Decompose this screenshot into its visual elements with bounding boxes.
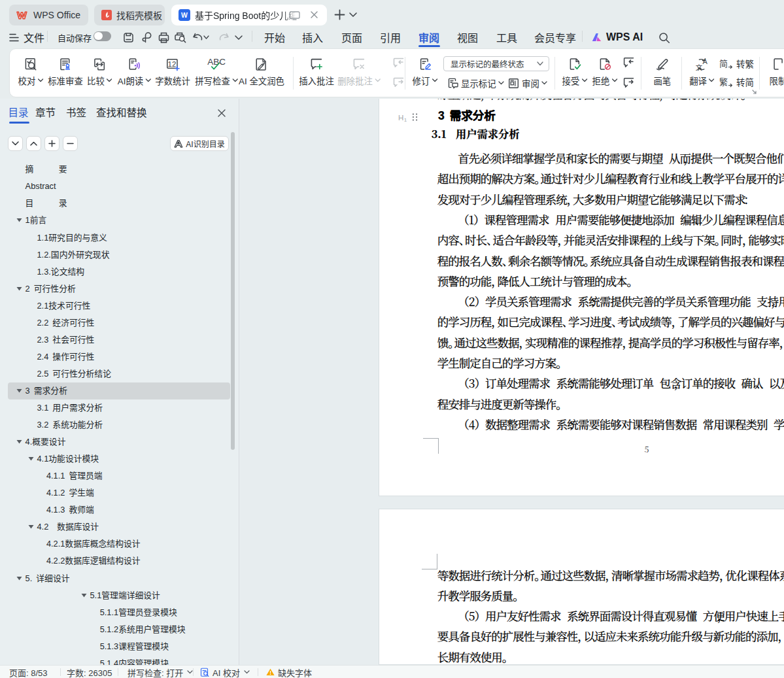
to-simplified-button[interactable]: 繁 转简 <box>719 75 754 88</box>
collapse-arrow-icon[interactable] <box>16 388 22 394</box>
tab-list-dropdown-icon[interactable] <box>346 5 360 24</box>
menu-item-2[interactable]: 页面 <box>341 26 362 48</box>
toc-item[interactable]: 1前言 <box>8 212 230 229</box>
spell-check-status[interactable]: 拼写检查: 打开 <box>128 666 193 678</box>
toc-item[interactable]: 5. 详细设计 <box>8 570 230 587</box>
collapse-arrow-icon[interactable] <box>28 456 34 462</box>
toc-item[interactable]: 4.2 数据库设计 <box>8 518 230 535</box>
tab-docer-templates[interactable]: 找稻壳模板 <box>94 5 165 25</box>
toc-item[interactable]: 4.2.1数据库概念结构设计 <box>8 535 230 552</box>
file-menu[interactable]: 文件 <box>9 26 44 48</box>
export-pdf-icon[interactable] <box>139 29 156 46</box>
toc-item[interactable]: 4.2.2数据库逻辑结构设计 <box>8 552 230 569</box>
document-text-line: 的学习历程，如已完成课程、学习进度、考试成绩等，了解学员的兴趣偏好与学习反 <box>437 315 784 328</box>
toc-item[interactable]: 1.1研究目的与意义 <box>8 229 230 246</box>
compare-button[interactable]: 比较 <box>87 49 112 86</box>
tab-wps-home[interactable]: WPS Office <box>9 5 88 25</box>
close-tab-icon[interactable] <box>310 10 318 19</box>
toc-item[interactable]: 4.1.2 学生端 <box>8 484 230 501</box>
ink-pen-button[interactable]: 画笔 <box>653 49 671 86</box>
track-changes-button[interactable]: 修订 <box>413 49 438 86</box>
ai-polish-button[interactable]: AI 全文润色 <box>239 49 284 86</box>
menu-item-6[interactable]: 工具 <box>496 26 517 48</box>
collapse-arrow-icon[interactable] <box>81 593 87 599</box>
toc-item[interactable]: 3.2 系统功能分析 <box>8 416 230 433</box>
toc-item-label: 2 可行性分析 <box>26 280 76 297</box>
toc-item[interactable]: 2.5 可行性分析结论 <box>8 365 230 382</box>
toc-item[interactable]: 1.2.国内外研究现状 <box>8 246 230 263</box>
next-change-icon[interactable] <box>623 77 634 88</box>
toc-item-selected[interactable]: 3 需求分析 <box>8 382 230 399</box>
ai-read-aloud-button[interactable]: AI朗读 <box>118 49 151 86</box>
markup-state-combobox[interactable]: 显示标记的最终状态 <box>443 56 549 71</box>
word-count-indicator[interactable]: 字数: 26305 <box>67 666 112 678</box>
toc-item[interactable]: 4.1.3 教师端 <box>8 501 230 518</box>
reject-change-button[interactable]: 拒绝 <box>592 49 618 86</box>
menu-item-5[interactable]: 视图 <box>457 26 478 48</box>
screen-share-icon[interactable] <box>289 11 300 20</box>
autosave-toggle[interactable] <box>94 31 111 41</box>
collapse-arrow-icon[interactable] <box>16 576 22 582</box>
menu-item-0[interactable]: 开始 <box>264 26 285 48</box>
more-commands-icon[interactable] <box>233 29 245 46</box>
document-text-line: （2）学员关系管理需求：系统需提供完善的学员关系管理功能，支持用户记录学员 <box>437 295 784 308</box>
undo-dropdown-icon[interactable] <box>201 29 211 46</box>
ai-proofread-icon <box>200 668 210 677</box>
review-pane-button[interactable]: 审阅 <box>508 76 547 90</box>
collapse-arrow-icon[interactable] <box>16 218 22 224</box>
ai-proofread-status[interactable]: AI 校对 <box>200 666 250 678</box>
collapse-arrow-icon[interactable] <box>28 524 34 530</box>
collapse-arrow-icon[interactable] <box>16 439 22 445</box>
menu-item-7[interactable]: 会员专享 <box>534 26 576 48</box>
tab-active-document[interactable]: W 基于Spring Boot的少儿编程 <box>171 5 327 25</box>
toc-item[interactable]: 4.1功能设计模块 <box>8 450 230 467</box>
toc-item-label: 4.2.1数据库概念结构设计 <box>46 535 141 552</box>
toc-item[interactable]: 2.1技术可行性 <box>8 297 230 314</box>
toc-item[interactable]: 5.1.2系统用户管理模块 <box>8 621 230 638</box>
toc-item[interactable]: 5.1.3课程管理模块 <box>8 638 230 655</box>
translate-button[interactable]: 文A 翻译 <box>689 49 715 86</box>
toc-item[interactable]: 4.概要设计 <box>8 433 230 450</box>
proofread-button[interactable]: 校对 <box>18 49 44 86</box>
dialog-launcher-icon[interactable] <box>752 90 757 95</box>
document-page-6[interactable]: 等数据进行统计分析。通过这些数据，清晰掌握市场需求趋势，优化课程体系设置，提升教… <box>379 509 784 666</box>
toc-item[interactable]: 2.2 经济可行性 <box>8 314 230 331</box>
toc-item[interactable]: 2.3 社会可行性 <box>8 331 230 348</box>
toc-item[interactable]: 2.4 操作可行性 <box>8 348 230 365</box>
menu-separator <box>582 31 583 42</box>
restrict-edit-button[interactable]: 限制 <box>770 49 784 86</box>
toc-item[interactable]: 3.1 用户需求分析 <box>8 399 230 416</box>
accept-change-button[interactable]: 接受 <box>562 49 588 86</box>
show-markup-button[interactable]: 显示标记 <box>447 76 504 90</box>
missing-font-warning[interactable]: 缺失字体 <box>266 666 312 678</box>
toc-item[interactable]: 摘 要 <box>8 161 230 178</box>
spell-check-button[interactable]: ABC 拼写检查 <box>195 49 238 86</box>
toc-item[interactable]: Abstract <box>8 178 230 195</box>
toc-item[interactable]: 5.1管理端详细设计 <box>8 587 230 604</box>
standard-review-button[interactable]: 标准审查 <box>48 49 83 86</box>
toc-item[interactable]: 1.3.论文结构 <box>8 263 230 280</box>
menu-separator <box>47 31 48 42</box>
wps-ai-button[interactable]: WPS AI <box>592 26 643 48</box>
toc-item[interactable]: 4.1.1 管理员端 <box>8 467 230 484</box>
toc-item[interactable]: 目 录 <box>8 195 230 212</box>
menu-item-1[interactable]: 插入 <box>302 26 323 48</box>
drag-handle-icon[interactable] <box>412 113 418 121</box>
collapse-arrow-icon[interactable] <box>16 286 22 292</box>
save-icon[interactable] <box>120 29 137 46</box>
menu-item-4[interactable]: 审阅 <box>418 26 439 48</box>
menu-item-3[interactable]: 引用 <box>380 26 401 48</box>
sidebar-scrollbar[interactable] <box>231 132 235 450</box>
word-count-button[interactable]: 12 字数统计 <box>155 49 190 86</box>
simplified-char: 简 <box>719 59 728 69</box>
document-page-5[interactable]: H1 综上所述，本系统的开发在各方面均具备可行性，可进行系统设计。3 需求分析3… <box>379 99 784 497</box>
print-preview-icon[interactable] <box>172 29 189 46</box>
search-icon[interactable] <box>656 29 673 46</box>
toc-item[interactable]: 2 可行性分析 <box>8 280 230 297</box>
insert-comment-button[interactable]: 插入批注 <box>299 49 334 86</box>
print-icon[interactable] <box>155 29 172 46</box>
toc-item[interactable]: 5.1.1管理员登录模块 <box>8 604 230 621</box>
page-indicator[interactable]: 页面: 8/53 <box>9 666 48 678</box>
previous-change-icon[interactable] <box>623 57 634 68</box>
to-traditional-button[interactable]: 简 转繁 <box>719 57 754 70</box>
